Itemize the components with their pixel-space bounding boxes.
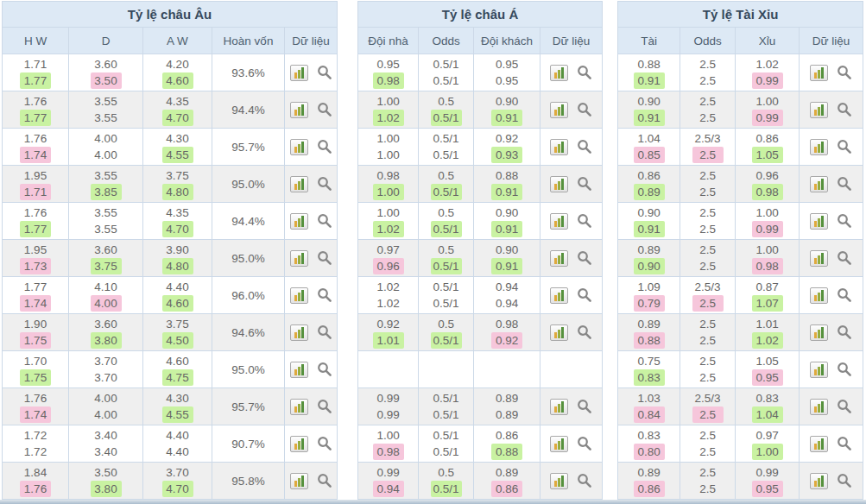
odds-cell: 2.52.5 bbox=[680, 203, 736, 240]
search-icon[interactable] bbox=[837, 102, 852, 117]
search-icon[interactable] bbox=[577, 250, 592, 266]
search-icon[interactable] bbox=[577, 436, 592, 451]
odds-open-value: 0.5/1 bbox=[431, 279, 462, 295]
odds-cell: 4.204.60 bbox=[143, 54, 212, 91]
bar-chart-icon[interactable] bbox=[810, 436, 828, 452]
search-icon[interactable] bbox=[317, 362, 332, 377]
search-icon[interactable] bbox=[837, 250, 852, 266]
odds-cell: 3.754.50 bbox=[143, 314, 212, 351]
bar-chart-icon[interactable] bbox=[290, 399, 308, 415]
search-icon[interactable] bbox=[317, 324, 332, 340]
bar-chart-icon[interactable] bbox=[550, 65, 568, 81]
search-icon[interactable] bbox=[837, 139, 852, 154]
odds-cell: 1.000.99 bbox=[736, 91, 800, 129]
bar-chart-icon[interactable] bbox=[550, 473, 568, 489]
odds-open-value: 0.87 bbox=[752, 279, 783, 295]
search-icon[interactable] bbox=[837, 473, 852, 488]
odds-cell: 1.011.02 bbox=[736, 314, 800, 351]
bar-chart-icon[interactable] bbox=[290, 176, 308, 192]
search-icon[interactable] bbox=[577, 473, 592, 488]
search-icon[interactable] bbox=[317, 213, 332, 229]
bar-chart-icon[interactable] bbox=[290, 473, 308, 489]
bar-chart-icon[interactable] bbox=[290, 102, 308, 118]
bar-chart-icon[interactable] bbox=[810, 176, 828, 192]
bar-chart-icon[interactable] bbox=[290, 250, 308, 267]
search-icon[interactable] bbox=[577, 139, 592, 154]
odds-current-value: 0.99 bbox=[752, 221, 783, 237]
bar-chart-icon[interactable] bbox=[290, 65, 308, 81]
payout-percent-cell: 90.7% bbox=[212, 425, 285, 463]
bar-chart-icon[interactable] bbox=[550, 139, 568, 155]
odds-current-value: 0.5/1 bbox=[431, 444, 462, 460]
search-icon[interactable] bbox=[317, 287, 332, 303]
search-icon[interactable] bbox=[837, 213, 852, 229]
data-cell bbox=[800, 314, 863, 351]
search-icon[interactable] bbox=[317, 250, 332, 266]
search-icon[interactable] bbox=[577, 324, 592, 340]
odds-current-value: 4.00 bbox=[91, 406, 122, 423]
odds-cell: 0.971.00 bbox=[736, 425, 800, 463]
search-icon[interactable] bbox=[837, 324, 852, 340]
bar-chart-icon[interactable] bbox=[290, 324, 308, 341]
bar-chart-icon[interactable] bbox=[550, 176, 568, 192]
odds-open-value: 0.92 bbox=[373, 316, 404, 332]
bar-chart-icon[interactable] bbox=[550, 399, 568, 415]
odds-open-value: 4.60 bbox=[162, 353, 193, 369]
search-icon[interactable] bbox=[577, 65, 592, 80]
odds-open-value: 4.35 bbox=[162, 205, 193, 221]
search-icon[interactable] bbox=[577, 399, 592, 414]
bar-chart-icon[interactable] bbox=[550, 436, 568, 452]
bar-chart-icon[interactable] bbox=[550, 287, 568, 304]
bar-chart-icon[interactable] bbox=[810, 65, 828, 81]
search-icon[interactable] bbox=[577, 102, 592, 117]
odds-current-value: 1.77 bbox=[20, 72, 51, 89]
search-icon[interactable] bbox=[317, 399, 332, 414]
odds-cell: 0.900.91 bbox=[474, 240, 540, 277]
data-actions bbox=[810, 287, 852, 304]
bar-chart-icon[interactable] bbox=[550, 213, 568, 230]
odds-open-value: 3.60 bbox=[91, 56, 122, 72]
odds-cell: 0.950.95 bbox=[474, 54, 540, 91]
odds-open-value: 0.86 bbox=[491, 427, 522, 444]
search-icon[interactable] bbox=[577, 287, 592, 303]
bookmaker-row: 1.001.000.5/10.5/10.920.93 bbox=[358, 129, 603, 166]
bar-chart-icon[interactable] bbox=[810, 139, 828, 155]
odds-cell: 0.970.96 bbox=[358, 240, 419, 277]
search-icon[interactable] bbox=[837, 399, 852, 414]
bar-chart-icon[interactable] bbox=[810, 399, 828, 415]
bar-chart-icon[interactable] bbox=[290, 287, 308, 304]
bar-chart-icon[interactable] bbox=[810, 102, 828, 118]
search-icon[interactable] bbox=[317, 176, 332, 192]
bookmaker-row: 0.890.862.52.50.990.95 bbox=[618, 463, 863, 500]
search-icon[interactable] bbox=[317, 473, 332, 488]
odds-open-value: 4.10 bbox=[91, 279, 122, 295]
search-icon[interactable] bbox=[837, 362, 852, 377]
search-icon[interactable] bbox=[317, 102, 332, 117]
search-icon[interactable] bbox=[837, 436, 852, 451]
bar-chart-icon[interactable] bbox=[290, 213, 308, 230]
odds-cell: 0.960.98 bbox=[736, 166, 800, 203]
bar-chart-icon[interactable] bbox=[810, 250, 828, 267]
search-icon[interactable] bbox=[317, 436, 332, 451]
search-icon[interactable] bbox=[837, 65, 852, 80]
bar-chart-icon[interactable] bbox=[550, 324, 568, 341]
search-icon[interactable] bbox=[577, 213, 592, 229]
bar-chart-icon[interactable] bbox=[290, 436, 308, 452]
bar-chart-icon[interactable] bbox=[810, 362, 828, 378]
bar-chart-icon[interactable] bbox=[290, 139, 308, 155]
bar-chart-icon[interactable] bbox=[550, 250, 568, 267]
search-icon[interactable] bbox=[837, 176, 852, 192]
search-icon[interactable] bbox=[837, 287, 852, 303]
search-icon[interactable] bbox=[317, 139, 332, 154]
data-cell bbox=[285, 388, 338, 425]
search-icon[interactable] bbox=[577, 176, 592, 192]
odds-open-value: 3.50 bbox=[91, 464, 122, 481]
search-icon[interactable] bbox=[317, 65, 332, 80]
odds-open-value: 1.00 bbox=[373, 427, 404, 444]
bar-chart-icon[interactable] bbox=[290, 362, 308, 378]
bar-chart-icon[interactable] bbox=[810, 213, 828, 230]
bar-chart-icon[interactable] bbox=[550, 102, 568, 118]
bar-chart-icon[interactable] bbox=[810, 324, 828, 341]
bar-chart-icon[interactable] bbox=[810, 473, 828, 489]
bar-chart-icon[interactable] bbox=[810, 287, 828, 304]
